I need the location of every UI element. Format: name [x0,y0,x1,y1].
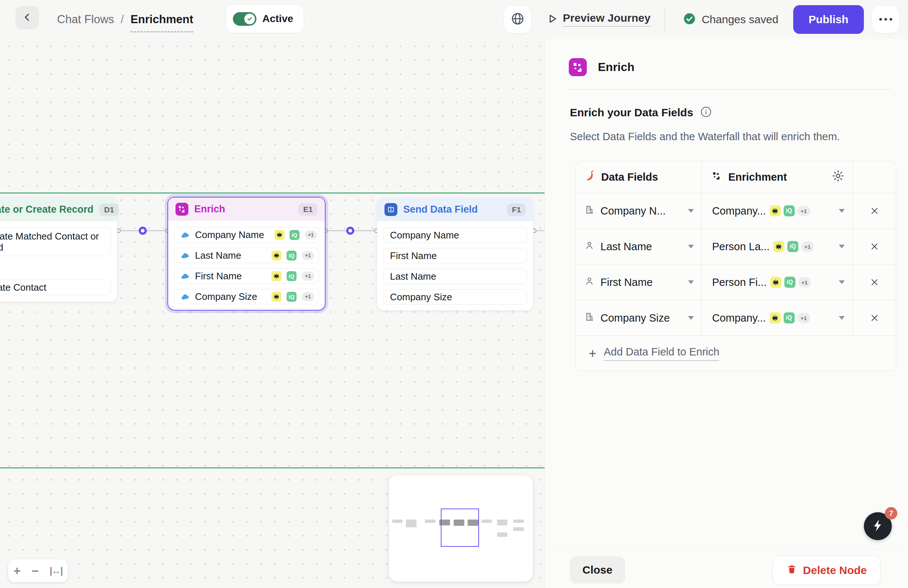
more-options-button[interactable] [872,6,899,33]
delete-node-button[interactable]: Delete Node [773,556,881,585]
enrich-row[interactable]: Last Name iQ +1 [174,248,319,263]
changes-saved-label: Changes saved [702,13,778,26]
chevron-down-icon[interactable] [839,280,845,284]
send-row[interactable]: Last Name [383,269,527,284]
delete-node-label: Delete Node [803,564,867,577]
remove-row-button[interactable] [863,271,885,293]
enrichment-value-cell[interactable]: Person La... iQ +1 [702,229,853,264]
minimap-viewport[interactable] [441,509,479,547]
data-field-name: Company Size [601,312,670,324]
changes-saved-status: Changes saved [683,12,778,27]
enrichment-value-cell[interactable]: Company... iQ +1 [702,300,853,335]
enrich-row-label: Company Size [195,291,257,303]
edge-handle-record-enrich[interactable] [139,227,147,235]
send-row[interactable]: Company Name [383,227,527,243]
notification-count-badge: 7 [885,507,897,520]
ai-sparkle-badge [770,277,781,288]
active-toggle[interactable] [233,12,256,26]
breadcrumb-parent[interactable]: Chat Flows [57,13,114,26]
add-data-field-button[interactable]: Add Data Field to Enrich [604,346,719,361]
close-button[interactable]: Close [570,556,625,583]
topbar-divider [665,8,665,31]
data-field-cell[interactable]: First Name [576,264,702,300]
chevron-down-icon[interactable] [688,209,694,213]
data-field-cell[interactable]: Last Name [576,229,702,264]
iq-badge: iQ [787,241,799,252]
ai-sparkle-badge [272,271,282,281]
zoom-fit-button[interactable]: |↔| [50,566,63,575]
language-globe-button[interactable] [504,6,531,33]
minimap-node [497,532,507,537]
chevron-down-icon[interactable] [688,316,694,320]
remove-row-button[interactable] [863,235,885,258]
node-record-id-badge: D1 [99,203,119,216]
company-building-icon [584,312,594,325]
minimap-node [406,520,417,527]
chevron-down-icon[interactable] [839,209,845,213]
iq-badge: iQ [287,251,296,261]
plus-one-badge: +1 [302,272,314,281]
alignment-guide-top [0,192,544,193]
plus-one-badge: +1 [302,251,314,260]
zoom-in-button[interactable]: + [14,565,21,577]
chevron-down-icon[interactable] [839,245,845,248]
data-field-cell[interactable]: Company Size [576,300,702,335]
node-send-data-field[interactable]: Send Data Field F1 Company Name First Na… [377,198,533,310]
info-icon[interactable] [700,106,712,119]
send-data-field-icon [385,203,397,216]
ai-sparkle-badge [274,230,284,240]
record-row-create-contact[interactable]: Create Contact [0,280,111,295]
data-field-name: First Name [601,276,653,288]
plus-one-badge: +1 [798,206,810,216]
iq-badge: iQ [287,292,296,302]
globe-icon [511,12,525,27]
minimap[interactable] [389,475,533,582]
row-actions-cell [853,264,896,300]
preview-journey[interactable]: Preview Journey [547,12,650,27]
zoom-out-button[interactable]: − [32,565,39,577]
breadcrumb-current[interactable]: Enrichment [130,13,193,32]
settings-gear-icon[interactable] [831,169,845,185]
row-actions-cell [853,229,896,264]
node-send-id-badge: F1 [507,203,526,216]
trash-icon [786,564,797,577]
plus-one-badge: +1 [798,313,810,323]
enrich-row[interactable]: Company Size iQ +1 [174,289,319,304]
send-row[interactable]: Company Size [383,289,527,304]
node-enrich[interactable]: Enrich E1 Company Name iQ +1 Last Name [167,197,325,311]
chevron-down-icon[interactable] [839,316,845,320]
node-send-header: Send Data Field F1 [377,198,533,221]
record-row-update-matched[interactable]: Update Matched Contact or Lead [0,227,111,256]
mapping-row: Last Name Person La... iQ +1 [576,229,896,264]
enrich-row[interactable]: Company Name iQ +1 [174,227,319,242]
chili-pepper-icon [584,170,595,185]
publish-button[interactable]: Publish [793,5,864,34]
node-record-body: Update Matched Contact or Lead Create Co… [0,221,117,302]
enrich-row[interactable]: First Name iQ +1 [174,268,319,284]
add-data-field-row: + Add Data Field to Enrich [576,336,896,371]
cloud-icon [181,229,190,241]
enrichment-value-cell[interactable]: Company... iQ +1 [702,193,853,229]
enrichment-glyph-icon [712,171,721,183]
minimap-node [425,520,436,523]
ai-sparkle-badge [770,313,781,324]
panel-divider [569,89,891,90]
enrichment-value-cell[interactable]: Person Fi... iQ +1 [702,264,853,300]
send-row[interactable]: First Name [383,248,527,263]
remove-row-button[interactable] [863,307,885,329]
node-update-or-create-record[interactable]: Update or Create Record D1 Update Matche… [0,198,117,302]
preview-journey-label[interactable]: Preview Journey [563,12,650,27]
chevron-down-icon[interactable] [688,245,694,248]
person-icon [584,240,594,253]
enrichment-mapping-table: Data Fields Enrichment [575,161,896,371]
data-field-cell[interactable]: Company N... [576,193,702,229]
remove-row-button[interactable] [863,200,885,222]
back-button[interactable] [16,6,39,29]
play-icon [547,13,558,26]
flow-canvas[interactable]: Update or Create Record D1 Update Matche… [0,39,544,588]
chevron-down-icon[interactable] [688,280,694,284]
minimap-node [392,520,402,523]
edge-handle-enrich-send[interactable] [346,227,354,235]
iq-badge: iQ [290,230,299,240]
iq-badge: iQ [287,271,296,281]
